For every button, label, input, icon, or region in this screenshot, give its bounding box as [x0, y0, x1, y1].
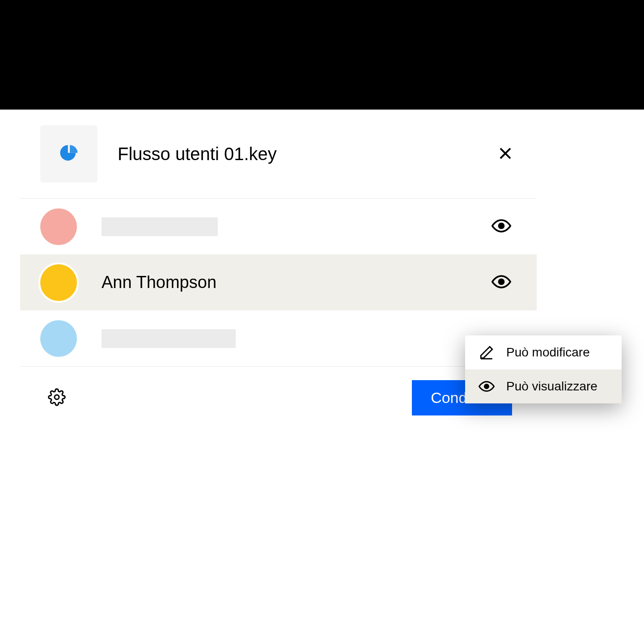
eye-icon — [491, 272, 511, 293]
user-name-label: Ann Thompson — [102, 273, 491, 292]
eye-icon — [491, 216, 511, 237]
settings-button[interactable] — [47, 388, 67, 408]
dropdown-item-edit[interactable]: Può modificare — [465, 335, 622, 369]
dropdown-item-view[interactable]: Può visualizzare — [465, 369, 622, 403]
svg-point-6 — [485, 385, 489, 389]
svg-point-4 — [55, 395, 59, 399]
svg-point-2 — [499, 223, 504, 228]
permission-view-icon[interactable] — [491, 272, 512, 293]
users-list: Ann Thompson — [20, 199, 537, 366]
dialog-footer: Condividi — [20, 366, 537, 431]
user-row[interactable]: Ann Thompson — [20, 254, 537, 310]
user-name-placeholder — [102, 217, 491, 236]
permission-view-icon[interactable] — [491, 216, 512, 237]
user-name-placeholder — [102, 329, 491, 348]
file-title: Flusso utenti 01.key — [118, 144, 496, 164]
close-icon — [497, 145, 514, 163]
permission-dropdown: Può modificare Può visualizzare — [465, 335, 622, 403]
pie-chart-icon — [57, 142, 80, 165]
avatar — [40, 208, 77, 245]
close-button[interactable] — [496, 145, 514, 163]
dropdown-item-label: Può modificare — [506, 345, 590, 360]
svg-point-3 — [499, 279, 504, 284]
eye-icon — [478, 377, 496, 395]
edit-icon — [478, 343, 496, 361]
gear-icon — [48, 388, 66, 407]
avatar — [40, 320, 77, 357]
user-row[interactable] — [20, 310, 537, 366]
dialog-header: Flusso utenti 01.key — [20, 110, 537, 199]
dropdown-item-label: Può visualizzare — [506, 379, 597, 394]
file-icon-container — [40, 125, 97, 182]
share-dialog: Flusso utenti 01.key — [20, 110, 537, 431]
top-black-bar — [0, 0, 644, 110]
user-row[interactable] — [20, 199, 537, 254]
avatar — [38, 263, 79, 303]
